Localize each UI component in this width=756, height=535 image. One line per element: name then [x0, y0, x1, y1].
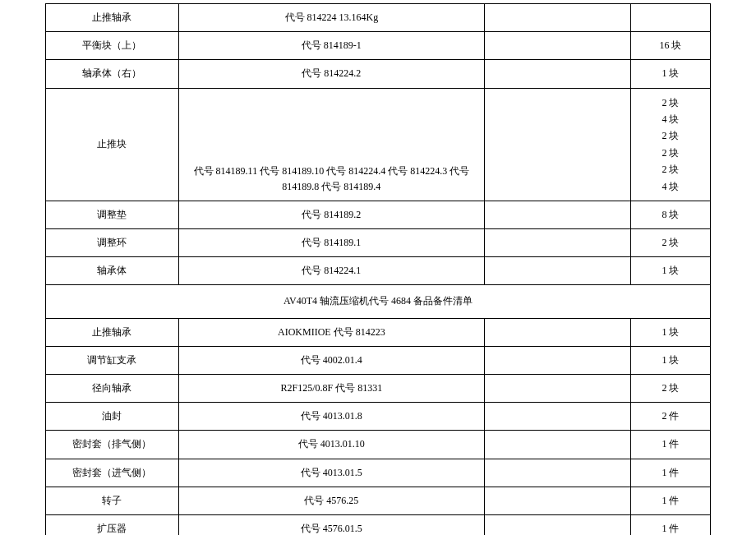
quantity-cell: 1 块	[630, 60, 710, 88]
part-name-cell: 轴承体	[46, 257, 179, 285]
part-code-cell: 代号 4013.01.8	[178, 403, 484, 431]
spare-cell	[484, 88, 630, 201]
table-row: AV40T4 轴流压缩机代号 4684 备品备件清单	[46, 285, 711, 318]
part-code-cell: 代号 4013.01.5	[178, 459, 484, 487]
spare-cell	[484, 229, 630, 257]
quantity-cell: 1 块	[630, 346, 710, 374]
part-code-cell: 代号 814224.2	[178, 60, 484, 88]
parts-table: 止推轴承代号 814224 13.164Kg平衡块（上）代号 814189-11…	[45, 3, 711, 535]
quantity-cell: 2 块	[630, 375, 710, 403]
quantity-cell	[630, 4, 710, 32]
part-name-cell: 密封套（进气侧）	[46, 459, 179, 487]
part-name-cell: 径向轴承	[46, 375, 179, 403]
table-row: 止推块代号 814189.11 代号 814189.10 代号 814224.4…	[46, 88, 711, 201]
spare-cell	[484, 32, 630, 60]
part-code-cell: R2F125/0.8F 代号 81331	[178, 375, 484, 403]
part-name-cell: 调整垫	[46, 201, 179, 228]
spare-cell	[484, 318, 630, 346]
table-row: 调整垫代号 814189.28 块	[46, 201, 711, 228]
spare-cell	[484, 346, 630, 374]
spare-cell	[484, 431, 630, 459]
part-code-cell: 代号 4013.01.10	[178, 431, 484, 459]
part-code-cell: AIOKMIIOE 代号 814223	[178, 318, 484, 346]
quantity-cell: 1 件	[630, 431, 710, 459]
spare-cell	[484, 487, 630, 514]
quantity-cell: 1 块	[630, 257, 710, 285]
table-row: 止推轴承AIOKMIIOE 代号 8142231 块	[46, 318, 711, 346]
part-name-cell: 轴承体（右）	[46, 60, 179, 88]
part-code-cell: 代号 814189-1	[178, 32, 484, 60]
spare-cell	[484, 60, 630, 88]
part-code-cell: 代号 4576.01.5	[178, 514, 484, 535]
part-name-cell: 止推轴承	[46, 318, 179, 346]
quantity-cell: 1 件	[630, 487, 710, 514]
table-row: 轴承体代号 814224.11 块	[46, 257, 711, 285]
spare-cell	[484, 514, 630, 535]
table-row: 调整环代号 814189.12 块	[46, 229, 711, 257]
part-name-cell: 止推轴承	[46, 4, 179, 32]
quantity-cell: 2 件	[630, 403, 710, 431]
section-header: AV40T4 轴流压缩机代号 4684 备品备件清单	[46, 285, 711, 318]
part-name-cell: 调整环	[46, 229, 179, 257]
quantity-cell: 1 块	[630, 318, 710, 346]
part-name-cell: 转子	[46, 487, 179, 514]
part-name-cell: 平衡块（上）	[46, 32, 179, 60]
table-row: 转子代号 4576.251 件	[46, 487, 711, 514]
part-name-cell: 扩压器	[46, 514, 179, 535]
quantity-cell: 2 块	[630, 229, 710, 257]
table-row: 油封代号 4013.01.82 件	[46, 403, 711, 431]
part-name-cell: 密封套（排气侧）	[46, 431, 179, 459]
spare-cell	[484, 375, 630, 403]
table-row: 止推轴承代号 814224 13.164Kg	[46, 4, 711, 32]
spare-cell	[484, 4, 630, 32]
spare-cell	[484, 403, 630, 431]
quantity-cell: 2 块 4 块 2 块 2 块 2 块 4 块	[630, 88, 710, 201]
spare-cell	[484, 257, 630, 285]
part-code-cell: 代号 814189.11 代号 814189.10 代号 814224.4 代号…	[178, 88, 484, 201]
table-row: 平衡块（上）代号 814189-116 块	[46, 32, 711, 60]
part-code-cell: 代号 814189.1	[178, 229, 484, 257]
quantity-cell: 8 块	[630, 201, 710, 228]
table-row: 密封套（进气侧）代号 4013.01.51 件	[46, 459, 711, 487]
quantity-cell: 1 件	[630, 514, 710, 535]
quantity-cell: 1 件	[630, 459, 710, 487]
table-row: 径向轴承R2F125/0.8F 代号 813312 块	[46, 375, 711, 403]
spare-cell	[484, 459, 630, 487]
part-code-cell: 代号 814224 13.164Kg	[178, 4, 484, 32]
part-code-cell: 代号 4576.25	[178, 487, 484, 514]
part-name-cell: 止推块	[46, 88, 179, 201]
part-name-cell: 油封	[46, 403, 179, 431]
part-code-cell: 代号 814224.1	[178, 257, 484, 285]
spare-cell	[484, 201, 630, 228]
part-name-cell: 调节缸支承	[46, 346, 179, 374]
table-row: 调节缸支承代号 4002.01.41 块	[46, 346, 711, 374]
part-code-cell: 代号 814189.2	[178, 201, 484, 228]
table-row: 密封套（排气侧）代号 4013.01.101 件	[46, 431, 711, 459]
table-row: 轴承体（右）代号 814224.21 块	[46, 60, 711, 88]
quantity-cell: 16 块	[630, 32, 710, 60]
part-code-cell: 代号 4002.01.4	[178, 346, 484, 374]
table-row: 扩压器代号 4576.01.51 件	[46, 514, 711, 535]
